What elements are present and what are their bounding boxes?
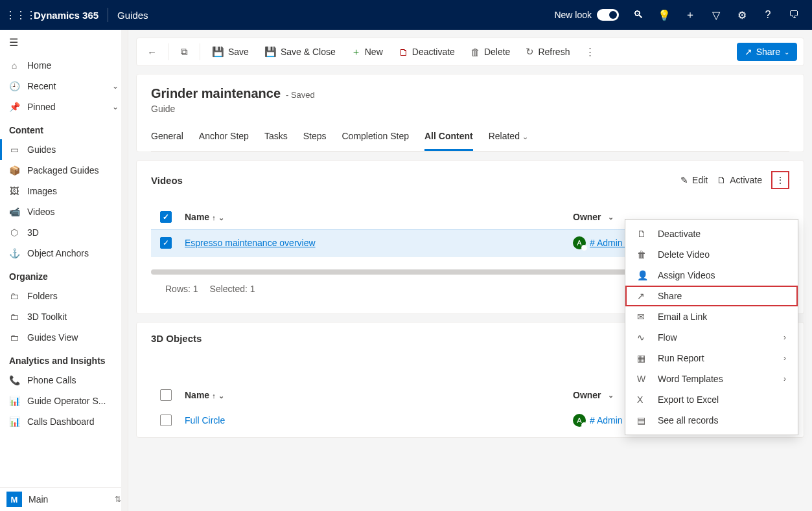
anchor-icon: ⚓ bbox=[9, 248, 19, 258]
3d-name-link[interactable]: Full Circle bbox=[185, 415, 225, 426]
chevron-down-icon: ⌄ bbox=[608, 391, 614, 400]
videos-section: Videos ✎Edit 🗋Activate ⋮ 🗋Deactivate 🗑De… bbox=[136, 160, 804, 314]
form-tabs: General Anchor Step Tasks Steps Completi… bbox=[151, 126, 789, 152]
more-vertical-icon: ⋮ bbox=[776, 175, 785, 185]
settings-icon[interactable]: ⚙ bbox=[729, 9, 755, 21]
col-name[interactable]: Name↑⌄ bbox=[185, 390, 573, 400]
nav-3d-toolkit[interactable]: 🗀3D Toolkit bbox=[0, 306, 128, 327]
chevron-down-icon: ⌄ bbox=[608, 213, 614, 221]
row-checkbox[interactable] bbox=[160, 414, 172, 426]
edit-label: Edit bbox=[692, 175, 708, 185]
popout-button[interactable]: ⧉ bbox=[177, 43, 192, 60]
cm-export-excel[interactable]: XExport to Excel bbox=[625, 389, 798, 410]
new-button[interactable]: ＋New bbox=[347, 43, 387, 61]
record-title: Grinder maintenance bbox=[151, 86, 281, 100]
delete-button[interactable]: 🗑Delete bbox=[467, 44, 514, 60]
chart-icon: 📊 bbox=[9, 416, 19, 427]
nav-scrollbar[interactable] bbox=[121, 30, 128, 511]
cm-delete-video[interactable]: 🗑Delete Video bbox=[625, 244, 798, 265]
nav-label: Guides bbox=[27, 144, 56, 155]
nav-label: 3D Toolkit bbox=[27, 312, 67, 322]
nav-recent[interactable]: 🕘Recent⌄ bbox=[0, 76, 128, 97]
area-switcher[interactable]: M Main ⇅ bbox=[0, 487, 128, 511]
cm-share[interactable]: ↗Share bbox=[625, 286, 798, 306]
select-all-checkbox[interactable] bbox=[160, 389, 172, 401]
help-icon[interactable]: ? bbox=[755, 9, 781, 21]
new-look-label: New look bbox=[554, 10, 592, 20]
folder-icon: 🗀 bbox=[9, 332, 19, 343]
delete-icon: 🗑 bbox=[470, 47, 480, 58]
new-look-toggle[interactable]: New look bbox=[554, 9, 619, 21]
tab-general[interactable]: General bbox=[151, 126, 183, 151]
more-videos-button[interactable]: ⋮ bbox=[771, 171, 789, 189]
more-commands-button[interactable]: ⋮ bbox=[581, 43, 599, 60]
nav-label: Guide Operator S... bbox=[27, 396, 106, 406]
brand-label: Dynamics 365 bbox=[34, 10, 99, 21]
filter-icon[interactable]: ▽ bbox=[703, 9, 729, 21]
col-name[interactable]: Name↑⌄ bbox=[185, 212, 573, 222]
cm-see-all-records[interactable]: ▤See all records bbox=[625, 410, 798, 431]
deactivate-button[interactable]: 🗋Deactivate bbox=[395, 44, 459, 60]
nav-images[interactable]: 🖼Images bbox=[0, 181, 128, 201]
save-button[interactable]: 💾Save bbox=[208, 43, 253, 60]
tab-related[interactable]: Related⌄ bbox=[489, 126, 528, 151]
folder-icon: 🗀 bbox=[9, 291, 19, 301]
nav-label: Phone Calls bbox=[27, 375, 76, 385]
app-launcher-icon[interactable]: ⋮⋮⋮ bbox=[5, 9, 31, 21]
lightbulb-icon[interactable]: 💡 bbox=[651, 9, 677, 21]
nav-folders[interactable]: 🗀Folders bbox=[0, 286, 128, 306]
guide-icon: ▭ bbox=[9, 144, 19, 155]
cm-flow[interactable]: ∿Flow› bbox=[625, 327, 798, 348]
save-close-button[interactable]: 💾Save & Close bbox=[261, 43, 340, 60]
nav-packaged-guides[interactable]: 📦Packaged Guides bbox=[0, 160, 128, 181]
nav-guides[interactable]: ▭Guides bbox=[0, 139, 128, 160]
toggle-switch[interactable] bbox=[597, 9, 619, 21]
divider bbox=[108, 8, 108, 22]
selected-count: Selected: 1 bbox=[210, 284, 255, 294]
3d-objects-title: 3D Objects bbox=[151, 333, 202, 344]
edit-button[interactable]: ✎Edit bbox=[680, 175, 708, 185]
rows-count: Rows: 1 bbox=[165, 284, 198, 294]
cm-email-link[interactable]: ✉Email a Link bbox=[625, 306, 798, 327]
save-icon: 💾 bbox=[212, 46, 224, 58]
nav-3d[interactable]: ⬡3D bbox=[0, 222, 128, 243]
sort-asc-icon: ↑ bbox=[212, 392, 216, 400]
tab-completion-step[interactable]: Completion Step bbox=[342, 126, 409, 151]
share-button[interactable]: ↗Share⌄ bbox=[737, 43, 797, 61]
videos-title: Videos bbox=[151, 175, 183, 186]
nav-phone-calls[interactable]: 📞Phone Calls bbox=[0, 370, 128, 391]
tab-steps[interactable]: Steps bbox=[303, 126, 327, 151]
chevron-down-icon: ⌄ bbox=[522, 133, 528, 141]
tab-tasks[interactable]: Tasks bbox=[264, 126, 288, 151]
add-icon[interactable]: ＋ bbox=[677, 8, 703, 22]
nav-guides-view[interactable]: 🗀Guides View bbox=[0, 327, 128, 348]
nav-calls-dashboard[interactable]: 📊Calls Dashboard bbox=[0, 411, 128, 432]
hamburger-icon[interactable]: ☰ bbox=[0, 30, 128, 55]
word-icon: W bbox=[637, 374, 649, 384]
back-button[interactable]: ← bbox=[143, 44, 161, 60]
cm-deactivate[interactable]: 🗋Deactivate bbox=[625, 223, 798, 244]
chevron-down-icon: ⌄ bbox=[784, 49, 789, 56]
tab-anchor-step[interactable]: Anchor Step bbox=[199, 126, 249, 151]
row-checkbox[interactable]: ✓ bbox=[160, 237, 172, 249]
nav-section-analytics: Analytics and Insights bbox=[0, 348, 128, 370]
nav-operator[interactable]: 📊Guide Operator S... bbox=[0, 391, 128, 411]
app-name[interactable]: Guides bbox=[117, 10, 148, 21]
activate-button[interactable]: 🗋Activate bbox=[717, 175, 762, 185]
search-icon[interactable]: 🔍︎ bbox=[625, 9, 651, 21]
avatar: A bbox=[573, 414, 586, 427]
nav-videos[interactable]: 📹Videos bbox=[0, 201, 128, 222]
nav-home[interactable]: ⌂Home bbox=[0, 55, 128, 76]
tab-all-content[interactable]: All Content bbox=[424, 126, 473, 151]
cm-assign-videos[interactable]: 👤Assign Videos bbox=[625, 265, 798, 286]
select-all-checkbox[interactable]: ✓ bbox=[160, 211, 172, 223]
refresh-icon: ↻ bbox=[526, 46, 534, 58]
cm-run-report[interactable]: ▦Run Report› bbox=[625, 348, 798, 369]
video-name-link[interactable]: Espresso maintenance overview bbox=[185, 238, 316, 248]
cm-word-templates[interactable]: WWord Templates› bbox=[625, 369, 798, 389]
chat-icon[interactable]: 🗨 bbox=[781, 9, 807, 21]
nav-pinned[interactable]: 📌Pinned⌄ bbox=[0, 97, 128, 117]
nav-label: Guides View bbox=[27, 332, 78, 343]
refresh-button[interactable]: ↻Refresh bbox=[522, 43, 574, 60]
nav-object-anchors[interactable]: ⚓Object Anchors bbox=[0, 243, 128, 264]
